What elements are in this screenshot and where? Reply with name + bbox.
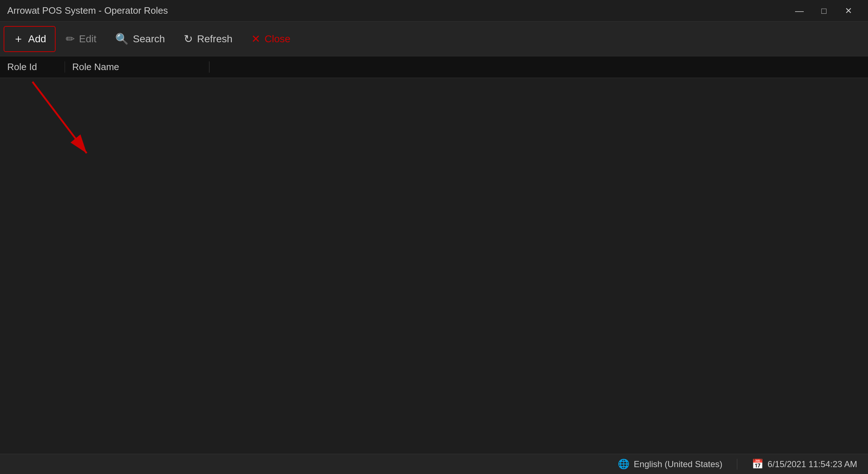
status-divider bbox=[737, 459, 737, 470]
refresh-label: Refresh bbox=[197, 33, 233, 45]
minimize-button[interactable]: — bbox=[787, 0, 812, 22]
window-title: Arrowat POS System - Operator Roles bbox=[7, 5, 168, 16]
add-button[interactable]: ＋ Add bbox=[4, 26, 56, 52]
window-controls: — □ ✕ bbox=[787, 0, 861, 22]
search-label: Search bbox=[133, 33, 165, 45]
toolbar: ＋ Add ✏ Edit 🔍 Search ↻ Refresh ✕ Close bbox=[0, 22, 868, 56]
datetime-label: 6/15/2021 11:54:23 AM bbox=[768, 459, 857, 469]
maximize-button[interactable]: □ bbox=[812, 0, 836, 22]
edit-label: Edit bbox=[79, 33, 96, 45]
minimize-icon: — bbox=[795, 6, 804, 16]
svg-line-1 bbox=[32, 82, 87, 153]
language-label: English (United States) bbox=[634, 459, 722, 469]
close-icon: ✕ bbox=[251, 33, 260, 45]
add-label: Add bbox=[28, 33, 46, 45]
datetime-indicator: 📅 6/15/2021 11:54:23 AM bbox=[752, 458, 857, 470]
calendar-icon: 📅 bbox=[752, 458, 763, 470]
refresh-icon: ↻ bbox=[184, 33, 193, 45]
main-content bbox=[0, 78, 868, 454]
column-header-role-id: Role Id bbox=[0, 61, 65, 73]
language-icon: 🌐 bbox=[618, 458, 629, 470]
column-header-role-name: Role Name bbox=[65, 61, 209, 73]
close-button[interactable]: ✕ Close bbox=[243, 26, 299, 52]
add-icon: ＋ bbox=[13, 31, 24, 46]
status-bar: 🌐 English (United States) 📅 6/15/2021 11… bbox=[0, 454, 868, 474]
maximize-icon: □ bbox=[821, 6, 827, 16]
language-indicator: 🌐 English (United States) bbox=[618, 458, 722, 470]
edit-button[interactable]: ✏ Edit bbox=[57, 26, 105, 52]
close-window-button[interactable]: ✕ bbox=[836, 0, 861, 22]
search-button[interactable]: 🔍 Search bbox=[107, 26, 174, 52]
table-header: Role Id Role Name bbox=[0, 56, 868, 78]
search-icon: 🔍 bbox=[115, 33, 129, 45]
title-bar: Arrowat POS System - Operator Roles — □ … bbox=[0, 0, 868, 22]
arrow-annotation bbox=[0, 78, 868, 454]
close-window-icon: ✕ bbox=[845, 6, 852, 16]
edit-icon: ✏ bbox=[66, 33, 75, 45]
close-label: Close bbox=[265, 33, 291, 45]
refresh-button[interactable]: ↻ Refresh bbox=[175, 26, 241, 52]
